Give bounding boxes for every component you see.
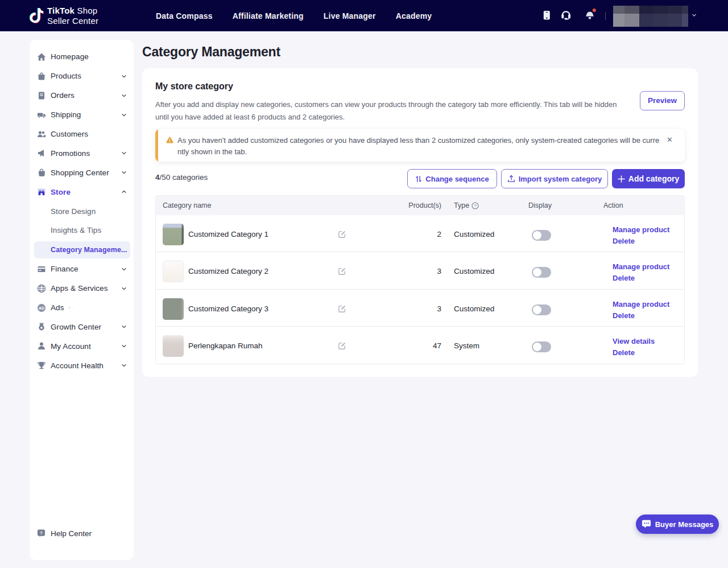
svg-text:?: ?: [474, 203, 477, 208]
svg-text:AD: AD: [39, 306, 44, 310]
svg-text:?: ?: [40, 530, 43, 536]
